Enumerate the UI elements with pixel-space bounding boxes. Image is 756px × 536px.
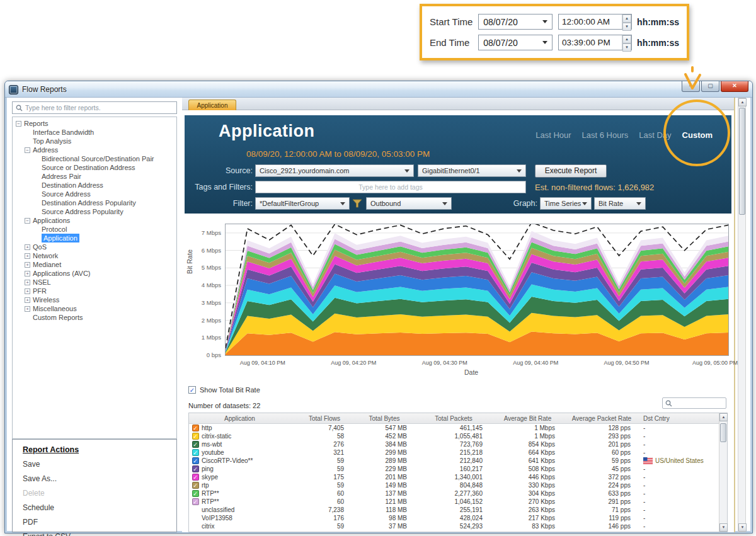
- table-row[interactable]: ✓CiscoRTP-Video**59289 MB212,840641 Kbps…: [189, 457, 719, 465]
- scroll-up-icon[interactable]: ▲: [719, 413, 728, 421]
- column-header-average-packet-rate[interactable]: Average Packet Rate: [564, 415, 639, 422]
- maximize-button[interactable]: ▢: [701, 81, 719, 92]
- tree-item-interface-bandwidth[interactable]: Interface Bandwidth: [13, 128, 176, 137]
- spinner-down-icon[interactable]: ▼: [622, 43, 631, 52]
- source-device-select[interactable]: Cisco_2921.yourdomain.com: [255, 164, 414, 177]
- table-row[interactable]: ✓ms-wbt276384 MB723,769854 Kbps201 pps-: [189, 440, 719, 448]
- action-save[interactable]: Save: [23, 460, 166, 469]
- collapse-icon[interactable]: −: [25, 147, 30, 153]
- column-header-application[interactable]: Application: [202, 415, 296, 422]
- tree-item-source-address[interactable]: Source Address: [13, 190, 176, 198]
- table-row[interactable]: ✓http7,405547 MB461,1451 Mbps128 pps-: [189, 424, 719, 432]
- series-checkbox[interactable]: ✓: [192, 474, 199, 481]
- expand-icon[interactable]: +: [25, 244, 30, 250]
- start-date-select[interactable]: 08/07/20: [478, 14, 553, 30]
- table-row[interactable]: ✓rtp59149 MB804,848330 Kbps224 pps-: [189, 481, 719, 489]
- end-date-select[interactable]: 08/07/20: [478, 35, 553, 50]
- table-row[interactable]: VoIP1395817698 MB428,024217 Kbps119 pps-: [189, 514, 719, 522]
- table-row[interactable]: ✓ping59229 MB160,217508 Kbps45 pps-: [189, 465, 719, 473]
- scroll-down-icon[interactable]: ▼: [719, 523, 728, 532]
- execute-report-button[interactable]: Execute Report: [535, 164, 607, 178]
- tree-item-qos[interactable]: +QoS: [13, 242, 176, 251]
- expand-icon[interactable]: +: [25, 262, 30, 268]
- spinner-up-icon[interactable]: ▲: [622, 14, 631, 23]
- table-row[interactable]: ✓RTP**60121 MB1,046,152270 Kbps291 pps-: [189, 498, 719, 506]
- tree-item-applications[interactable]: −Applications: [13, 216, 176, 225]
- scroll-down-icon[interactable]: ▼: [738, 523, 747, 532]
- tree-item-custom-reports[interactable]: Custom Reports: [13, 313, 176, 322]
- action-export-to-csv[interactable]: Export to CSV: [23, 532, 166, 536]
- time-range-last-6-hours[interactable]: Last 6 Hours: [582, 130, 629, 140]
- tree-item-medianet[interactable]: +Medianet: [13, 260, 176, 269]
- start-time-spinner[interactable]: ▲ ▼: [622, 14, 631, 29]
- table-row[interactable]: ✓RTP**60137 MB2,277,360304 Kbps633 pps-: [189, 489, 719, 498]
- series-checkbox[interactable]: ✓: [192, 498, 199, 505]
- tree-item-source-address-popularity[interactable]: Source Address Popularity: [13, 207, 176, 216]
- expand-icon[interactable]: +: [25, 253, 30, 259]
- filter-group-select[interactable]: *DefaultFilterGroup: [255, 197, 350, 210]
- series-checkbox[interactable]: ✓: [192, 425, 199, 431]
- show-total-bit-rate-row[interactable]: ✓ Show Total Bit Rate: [188, 386, 260, 394]
- minimize-button[interactable]: –: [682, 81, 700, 92]
- expand-icon[interactable]: +: [25, 288, 30, 294]
- end-time-input[interactable]: 03:39:00 PM ▲ ▼: [558, 35, 632, 50]
- time-range-custom[interactable]: Custom: [682, 130, 713, 140]
- column-header-dst-cntry[interactable]: Dst Cntry: [639, 415, 727, 422]
- table-scrollbar[interactable]: ▲ ▼: [719, 413, 727, 532]
- tree-item-reports[interactable]: −Reports: [13, 119, 176, 128]
- tree-item-applications-avc[interactable]: +Applications (AVC): [13, 269, 176, 278]
- table-row[interactable]: unclassified7,238118 MB255,191263 Kbps71…: [189, 506, 719, 514]
- time-range-last-day[interactable]: Last Day: [639, 130, 671, 140]
- checkbox-icon[interactable]: ✓: [188, 386, 196, 394]
- column-header-total-flows[interactable]: Total Flows: [296, 415, 353, 422]
- reports-filter-box[interactable]: [12, 101, 177, 114]
- expand-icon[interactable]: +: [25, 280, 30, 285]
- tree-item-miscellaneous[interactable]: +Miscellaneous: [13, 304, 176, 313]
- graph-metric-select[interactable]: Bit Rate: [594, 197, 646, 210]
- series-checkbox[interactable]: ✓: [192, 490, 199, 497]
- column-header-average-bit-rate[interactable]: Average Bit Rate: [491, 415, 564, 422]
- spinner-down-icon[interactable]: ▼: [622, 23, 631, 31]
- action-pdf[interactable]: PDF: [23, 518, 166, 527]
- window-titlebar[interactable]: Flow Reports – ▢ ✕: [5, 81, 752, 98]
- action-schedule[interactable]: Schedule: [23, 503, 166, 512]
- tree-item-pfr[interactable]: +PFR: [13, 287, 176, 295]
- close-button[interactable]: ✕: [721, 81, 748, 92]
- expand-icon[interactable]: +: [25, 297, 30, 303]
- table-row[interactable]: ✓skype175201 MB1,340,001446 Kbps372 pps-: [189, 473, 719, 481]
- tab-application[interactable]: Application: [188, 100, 236, 110]
- series-checkbox[interactable]: ✓: [192, 441, 199, 448]
- expand-icon[interactable]: +: [25, 271, 30, 277]
- spinner-up-icon[interactable]: ▲: [622, 35, 631, 43]
- filter-direction-select[interactable]: Outbound: [366, 197, 452, 210]
- start-time-input[interactable]: 12:00:00 AM ▲ ▼: [558, 14, 632, 30]
- series-checkbox[interactable]: ✓: [192, 482, 199, 489]
- collapse-icon[interactable]: −: [16, 121, 21, 127]
- tree-item-address[interactable]: −Address: [13, 145, 176, 154]
- scroll-up-icon[interactable]: ▲: [738, 98, 747, 106]
- scrollbar-thumb[interactable]: [739, 108, 745, 215]
- series-checkbox[interactable]: ✓: [192, 433, 199, 440]
- series-checkbox[interactable]: ✓: [192, 465, 199, 472]
- action-save-as[interactable]: Save As...: [23, 474, 166, 483]
- tree-item-source-or-destination-address[interactable]: Source or Destination Address: [13, 163, 176, 172]
- tree-item-top-analysis[interactable]: Top Analysis: [13, 137, 176, 145]
- reports-filter-input[interactable]: [25, 104, 173, 111]
- collapse-icon[interactable]: −: [25, 218, 30, 224]
- source-interface-select[interactable]: GigabitEthernet0/1: [418, 164, 526, 177]
- scrollbar-thumb[interactable]: [720, 423, 726, 442]
- table-row[interactable]: ✓youtube321299 MB215,218664 Kbps60 pps-: [189, 448, 719, 457]
- table-row[interactable]: ✓citrix-static58452 MB1,055,4811 Mbps293…: [189, 432, 719, 440]
- tree-item-protocol[interactable]: Protocol: [13, 225, 176, 234]
- tags-input[interactable]: [255, 181, 526, 193]
- tree-item-destination-address-popularity[interactable]: Destination Address Popularity: [13, 198, 176, 207]
- time-range-last-hour[interactable]: Last Hour: [536, 130, 571, 140]
- graph-type-select[interactable]: Time Series: [540, 197, 592, 210]
- tree-item-nsel[interactable]: +NSEL: [13, 278, 176, 287]
- filter-funnel-icon[interactable]: [352, 199, 362, 208]
- main-scrollbar[interactable]: ▲ ▼: [738, 98, 746, 532]
- tree-item-network[interactable]: +Network: [13, 251, 176, 260]
- tree-item-wireless[interactable]: +Wireless: [13, 295, 176, 304]
- tree-item-application[interactable]: Application: [13, 234, 176, 242]
- table-row[interactable]: citrix5937 MB524,29383 Kbps146 pps-: [189, 522, 719, 530]
